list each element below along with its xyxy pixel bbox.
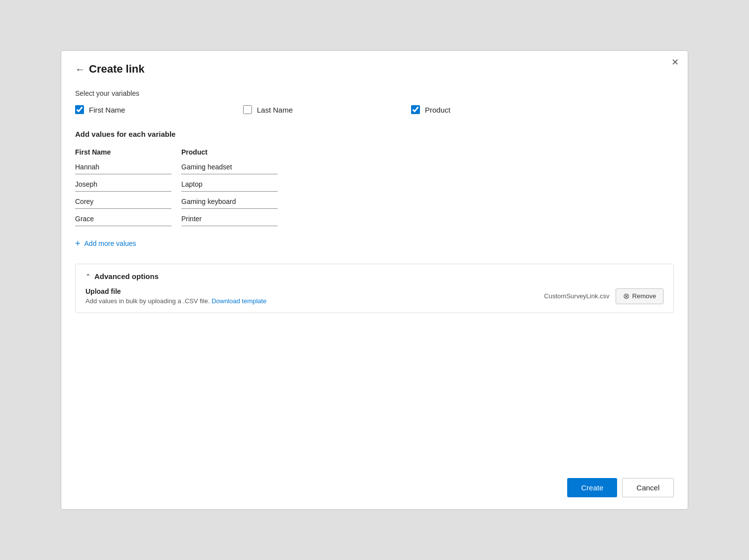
checkbox-product: Product [411,105,579,114]
plus-icon: + [75,239,81,248]
product-input-1[interactable] [181,161,278,174]
values-grid: First Name Product [75,148,674,230]
add-more-values-button[interactable]: + Add more values [75,239,674,248]
file-name-label: CustomSurveyLink.csv [544,292,609,300]
add-more-label: Add more values [84,240,136,247]
remove-button[interactable]: ⊗ Remove [616,288,664,304]
dialog-footer: Create Cancel [75,458,674,497]
product-input-3[interactable] [181,196,278,209]
back-button[interactable]: ← [75,64,85,75]
first-name-input-2[interactable] [75,178,171,192]
advanced-options-toggle[interactable]: ⌃ Advanced options [85,272,664,280]
upload-left: Upload file Add values in bulk by upload… [85,287,266,305]
upload-title: Upload file [85,287,266,295]
upload-row: Upload file Add values in bulk by upload… [85,287,664,305]
first-name-input-3[interactable] [75,196,171,209]
first-name-input-1[interactable] [75,161,171,174]
checkbox-first-name-input[interactable] [75,105,84,114]
col-header-first-name: First Name [75,148,181,156]
checkbox-product-label: Product [425,106,451,114]
dialog-title-row: ← Create link [75,63,674,76]
table-row [75,178,674,192]
table-row [75,196,674,209]
chevron-up-icon: ⌃ [85,273,90,280]
checkbox-last-name-input[interactable] [243,105,252,114]
cancel-button[interactable]: Cancel [622,478,674,497]
col-header-product: Product [181,148,288,156]
table-row [75,213,674,226]
dialog-title: Create link [89,63,145,76]
checkbox-product-input[interactable] [411,105,420,114]
checkbox-last-name-label: Last Name [257,106,293,114]
first-name-input-4[interactable] [75,213,171,226]
variables-row: First Name Last Name Product [75,105,674,114]
advanced-options-section: ⌃ Advanced options Upload file Add value… [75,264,674,313]
checkbox-first-name-label: First Name [89,106,125,114]
upload-desc: Add values in bulk by uploading a .CSV f… [85,297,266,305]
advanced-options-label: Advanced options [94,272,159,280]
download-template-link[interactable]: Download template [211,297,266,305]
close-button[interactable]: ✕ [671,58,679,67]
upload-right: CustomSurveyLink.csv ⊗ Remove [544,288,664,304]
remove-label: Remove [632,292,656,300]
create-link-dialog: ✕ ← Create link Select your variables Fi… [61,50,688,510]
values-header-row: First Name Product [75,148,674,156]
create-button[interactable]: Create [567,478,617,497]
product-input-2[interactable] [181,178,278,192]
product-input-4[interactable] [181,213,278,226]
checkbox-last-name: Last Name [243,105,411,114]
remove-circle-icon: ⊗ [623,292,629,300]
table-row [75,161,674,174]
add-values-title: Add values for each variable [75,130,674,138]
variables-section-label: Select your variables [75,89,674,97]
checkbox-first-name: First Name [75,105,243,114]
